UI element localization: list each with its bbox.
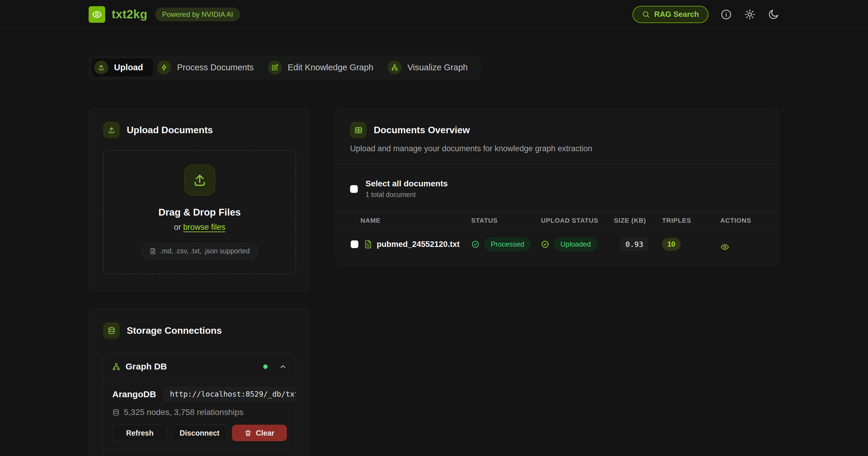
clear-button-label: Clear	[256, 429, 275, 437]
file-dropzone[interactable]: Drag & Drop Files or browse files .md, .…	[103, 150, 296, 274]
graph-db-stats-text: 5,325 nodes, 3,758 relationships	[124, 408, 243, 417]
gear-icon	[744, 8, 756, 21]
nvidia-logo-icon	[89, 6, 105, 23]
trash-icon	[244, 429, 252, 437]
graph-network-icon	[112, 363, 120, 371]
brand: txt2kg Powered by NVIDIA AI	[89, 6, 240, 23]
column-header-status: STATUS	[471, 217, 541, 224]
total-documents-text: 1 total document	[366, 191, 448, 199]
upload-documents-card: Upload Documents Drag & Drop Files or br…	[89, 108, 311, 292]
documents-overview-card: Documents Overview Upload and manage you…	[336, 108, 779, 265]
rag-search-button[interactable]: RAG Search	[632, 6, 709, 23]
moon-icon	[768, 8, 779, 21]
storage-card-title: Storage Connections	[127, 325, 222, 336]
tab-process-documents[interactable]: Process Documents	[155, 59, 264, 76]
graph-db-provider: ArangoDB	[112, 389, 156, 399]
document-icon	[150, 248, 156, 255]
column-header-name: NAME	[336, 217, 471, 224]
supported-formats-text: .md, .csv, .txt, .json supported	[160, 247, 250, 255]
bolt-icon	[157, 61, 171, 74]
column-header-upload-status: UPLOAD STATUS	[541, 217, 614, 224]
vector-db-section-toggle[interactable]: Vector DB	[103, 449, 296, 456]
tab-process-documents-label: Process Documents	[177, 63, 254, 72]
graph-db-label: Graph DB	[126, 361, 167, 371]
tab-edit-knowledge-graph-label: Edit Knowledge Graph	[288, 63, 373, 72]
check-circle-icon	[541, 240, 549, 249]
graph-network-icon	[388, 61, 402, 74]
search-icon	[642, 10, 650, 18]
main-tabbar: Upload Process Documents Edit Knowledge …	[89, 55, 481, 80]
documents-card-title: Documents Overview	[374, 125, 470, 136]
tab-edit-knowledge-graph[interactable]: Edit Knowledge Graph	[266, 59, 383, 76]
graph-db-stats: 5,325 nodes, 3,758 relationships	[112, 408, 287, 417]
tab-visualize-graph-label: Visualize Graph	[407, 63, 468, 72]
document-filename: pubmed_24552120.txt	[377, 240, 460, 249]
tab-upload-label: Upload	[114, 63, 143, 72]
refresh-button[interactable]: Refresh	[112, 425, 167, 441]
column-header-triples: TRIPLES	[662, 217, 720, 224]
column-header-actions: ACTIONS	[720, 217, 779, 224]
row-checkbox[interactable]	[351, 240, 359, 248]
tab-visualize-graph[interactable]: Visualize Graph	[385, 59, 478, 76]
storage-connections-card: Storage Connections Graph DB	[89, 309, 311, 456]
documents-table-header: NAME STATUS UPLOAD STATUS SIZE (KB) TRIP…	[336, 211, 779, 230]
app-title: txt2kg	[112, 8, 148, 21]
disconnect-button[interactable]: Disconnect	[172, 425, 227, 441]
supported-formats-pill: .md, .csv, .txt, .json supported	[141, 243, 258, 259]
top-app-bar: txt2kg Powered by NVIDIA AI RAG Search	[0, 0, 868, 29]
view-document-button[interactable]	[720, 237, 779, 252]
check-circle-icon	[471, 240, 479, 249]
upload-card-title: Upload Documents	[127, 125, 213, 136]
status-badge: Processed	[484, 237, 531, 251]
file-text-icon	[364, 240, 373, 249]
edit-icon	[268, 61, 282, 74]
documents-card-subtitle: Upload and manage your documents for kno…	[350, 144, 765, 153]
settings-button[interactable]	[744, 8, 756, 21]
powered-by-badge: Powered by NVIDIA AI	[155, 8, 240, 21]
table-grid-icon	[350, 122, 367, 138]
table-row: pubmed_24552120.txt Processed Uploaded	[336, 230, 779, 258]
graph-db-url: http://localhost:8529/_db/txt2kg	[164, 387, 296, 402]
info-icon	[720, 8, 732, 21]
db-connections-panel: Graph DB ArangoDB http://localhost:8529/…	[103, 354, 296, 456]
connected-status-dot	[263, 364, 268, 369]
rag-search-label: RAG Search	[654, 10, 699, 19]
upload-icon	[103, 122, 120, 138]
upload-status-badge: Uploaded	[554, 237, 598, 251]
browse-files-link[interactable]: browse files	[183, 223, 225, 232]
database-icon	[103, 322, 120, 339]
info-button[interactable]	[720, 8, 732, 21]
eye-icon	[720, 242, 730, 252]
triples-count-badge: 10	[662, 238, 681, 251]
theme-toggle-button[interactable]	[768, 8, 779, 21]
clear-button[interactable]: Clear	[232, 425, 287, 441]
dropzone-title: Drag & Drop Files	[158, 207, 241, 218]
select-all-label: Select all documents	[366, 179, 448, 188]
upload-icon	[94, 61, 108, 74]
graph-db-section-toggle[interactable]: Graph DB	[103, 354, 296, 379]
select-all-checkbox[interactable]	[350, 185, 358, 193]
dropzone-subtitle: or browse files	[174, 223, 225, 232]
chevron-up-icon	[279, 363, 287, 371]
tab-upload[interactable]: Upload	[92, 59, 153, 76]
size-value: 0.93	[620, 238, 648, 251]
dropzone-or-text: or	[174, 223, 181, 232]
database-icon	[112, 409, 120, 416]
graph-db-details: ArangoDB http://localhost:8529/_db/txt2k…	[103, 379, 296, 449]
column-header-size: SIZE (KB)	[614, 217, 662, 224]
upload-icon	[184, 165, 215, 196]
